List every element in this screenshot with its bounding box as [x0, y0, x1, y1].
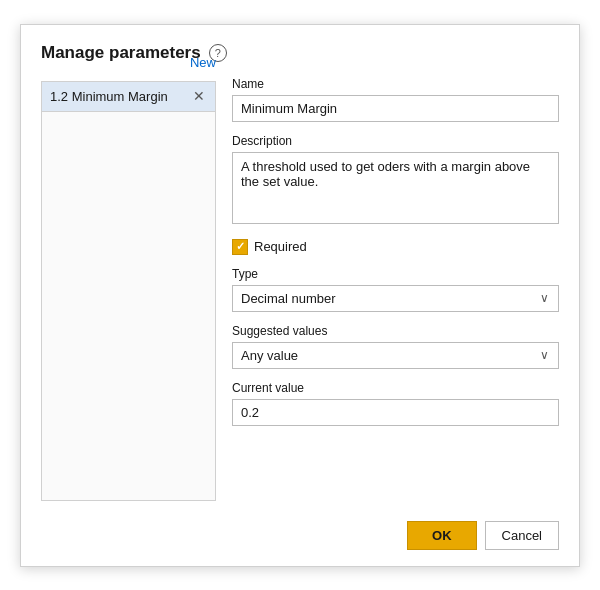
- suggested-values-select-wrapper: Any value List of values Between: [232, 342, 559, 369]
- required-row: ✓ Required: [232, 239, 559, 255]
- checkmark-icon: ✓: [236, 241, 245, 252]
- manage-parameters-dialog: Manage parameters ? New 1.2 Minimum Marg…: [20, 24, 580, 567]
- suggested-values-label: Suggested values: [232, 324, 559, 338]
- cancel-button[interactable]: Cancel: [485, 521, 559, 550]
- current-value-input[interactable]: [232, 399, 559, 426]
- sidebar-container: New 1.2 Minimum Margin ✕: [41, 77, 232, 501]
- required-label: Required: [254, 239, 307, 254]
- current-value-group: Current value: [232, 381, 559, 426]
- dialog-body: New 1.2 Minimum Margin ✕ Name Descriptio…: [41, 77, 559, 501]
- type-select[interactable]: Decimal number Integer Text Date Date an…: [232, 285, 559, 312]
- type-label: Type: [232, 267, 559, 281]
- name-label: Name: [232, 77, 559, 91]
- ok-button[interactable]: OK: [407, 521, 477, 550]
- new-parameter-button[interactable]: New: [190, 55, 216, 70]
- dialog-title: Manage parameters: [41, 43, 201, 63]
- type-group: Type Decimal number Integer Text Date Da…: [232, 267, 559, 312]
- sidebar: 1.2 Minimum Margin ✕: [41, 81, 216, 501]
- description-group: Description A threshold used to get oder…: [232, 134, 559, 227]
- name-input[interactable]: [232, 95, 559, 122]
- dialog-header: Manage parameters ?: [41, 43, 559, 63]
- suggested-values-select[interactable]: Any value List of values Between: [232, 342, 559, 369]
- suggested-values-group: Suggested values Any value List of value…: [232, 324, 559, 369]
- dialog-footer: OK Cancel: [41, 521, 559, 550]
- sidebar-item-close-button[interactable]: ✕: [191, 89, 207, 103]
- form-area: Name Description A threshold used to get…: [232, 77, 559, 501]
- sidebar-item-label: 1.2 Minimum Margin: [50, 89, 168, 104]
- sidebar-item-minimum-margin[interactable]: 1.2 Minimum Margin ✕: [42, 82, 215, 112]
- type-select-wrapper: Decimal number Integer Text Date Date an…: [232, 285, 559, 312]
- description-label: Description: [232, 134, 559, 148]
- name-group: Name: [232, 77, 559, 122]
- description-textarea[interactable]: A threshold used to get oders with a mar…: [232, 152, 559, 224]
- checkbox-custom: ✓: [232, 239, 248, 255]
- current-value-label: Current value: [232, 381, 559, 395]
- required-checkbox[interactable]: ✓ Required: [232, 239, 307, 255]
